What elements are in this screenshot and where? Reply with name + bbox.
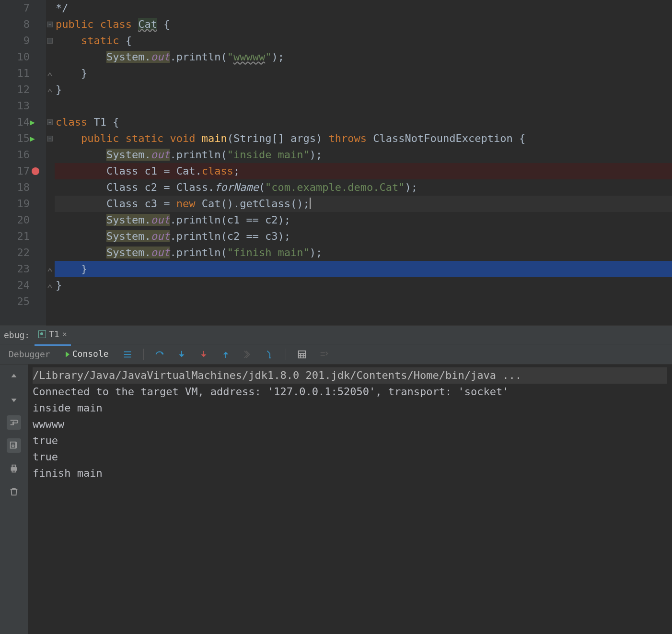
step-out-button[interactable] xyxy=(220,348,232,361)
code-content[interactable]: */public class Cat { static { System.out… xyxy=(55,0,672,326)
svg-rect-4 xyxy=(298,351,305,358)
line-number[interactable]: 16 xyxy=(0,147,43,163)
code-line[interactable] xyxy=(55,98,672,114)
line-number[interactable]: 24 xyxy=(0,277,43,294)
run-config-icon xyxy=(38,330,46,338)
breakpoint-icon[interactable] xyxy=(32,167,39,175)
code-line[interactable]: Class c1 = Cat.class; xyxy=(55,163,672,179)
svg-rect-15 xyxy=(12,465,15,468)
code-line[interactable]: */ xyxy=(55,0,672,16)
toolbar-divider xyxy=(143,349,144,360)
run-gutter-icon[interactable]: ▶ xyxy=(30,114,35,130)
line-number[interactable]: 17 xyxy=(0,163,43,179)
up-stack-button[interactable] xyxy=(7,369,21,384)
force-step-into-button[interactable] xyxy=(197,348,210,361)
code-line[interactable]: Class c3 = new Cat().getClass(); xyxy=(55,196,672,212)
fold-toggle-icon[interactable] xyxy=(47,284,52,287)
code-line[interactable]: System.out.println("inside main"); xyxy=(55,147,672,163)
code-line[interactable]: System.out.println("finish main"); xyxy=(55,245,672,261)
line-number[interactable]: 22 xyxy=(0,245,43,261)
line-number[interactable]: 9 xyxy=(0,33,43,49)
fold-toggle-icon[interactable]: − xyxy=(47,119,53,125)
tab-debugger[interactable]: Debugger xyxy=(6,342,53,366)
debug-toolbar: Debugger Console xyxy=(0,344,672,364)
code-line[interactable]: } xyxy=(55,261,672,277)
console-line: true xyxy=(33,433,667,449)
evaluate-expression-button[interactable] xyxy=(296,348,308,361)
line-number[interactable]: 7 xyxy=(0,0,43,16)
drop-frame-button[interactable] xyxy=(242,348,254,361)
code-line[interactable]: System.out.println(c2 == c3); xyxy=(55,228,672,245)
line-number[interactable]: 21 xyxy=(0,228,43,245)
code-line[interactable]: } xyxy=(55,277,672,294)
print-button[interactable] xyxy=(7,461,21,476)
run-gutter-icon[interactable]: ▶ xyxy=(30,130,35,147)
fold-toggle-icon[interactable]: − xyxy=(47,38,53,44)
run-to-cursor-button[interactable] xyxy=(264,348,276,361)
debug-tool-window: ebug: T1 × Debugger Console /Library/J xyxy=(0,326,672,634)
line-number[interactable]: 8 xyxy=(0,16,43,33)
fold-toggle-icon[interactable]: − xyxy=(47,136,53,141)
fold-toggle-icon[interactable] xyxy=(47,268,52,270)
code-line[interactable]: class T1 { xyxy=(55,114,672,130)
step-over-button[interactable] xyxy=(153,348,166,361)
line-number[interactable]: 13 xyxy=(0,98,43,114)
toolbar-divider xyxy=(286,349,286,360)
trace-button[interactable] xyxy=(318,348,330,361)
step-into-button[interactable] xyxy=(175,348,188,361)
line-number[interactable]: 14▶ xyxy=(0,114,43,130)
line-number[interactable]: 23 xyxy=(0,261,43,277)
line-number[interactable]: 11 xyxy=(0,65,43,82)
console-line: /Library/Java/JavaVirtualMachines/jdk1.8… xyxy=(33,367,667,384)
debug-label: ebug: xyxy=(4,327,30,343)
debug-side-toolbar xyxy=(0,364,28,634)
console-run-icon xyxy=(66,352,70,357)
scroll-to-end-button[interactable] xyxy=(7,438,21,453)
line-number-gutter[interactable]: 7891011121314▶15▶16171819202122232425 xyxy=(0,0,46,326)
code-line[interactable]: System.out.println("wwwww"); xyxy=(55,49,672,65)
fold-gutter[interactable]: −−−− xyxy=(46,0,55,326)
code-line[interactable]: } xyxy=(55,65,672,82)
code-line[interactable]: } xyxy=(55,82,672,98)
fold-toggle-icon[interactable]: − xyxy=(47,22,53,27)
fold-toggle-icon[interactable] xyxy=(47,88,52,91)
line-number[interactable]: 20 xyxy=(0,212,43,228)
code-line[interactable]: public static void main(String[] args) t… xyxy=(55,130,672,147)
console-output[interactable]: /Library/Java/JavaVirtualMachines/jdk1.8… xyxy=(28,364,672,634)
line-number[interactable]: 19 xyxy=(0,196,43,212)
clear-all-button[interactable] xyxy=(7,484,21,499)
console-line: wwwww xyxy=(33,416,667,433)
console-line: inside main xyxy=(33,400,667,416)
code-editor[interactable]: 7891011121314▶15▶16171819202122232425 −−… xyxy=(0,0,672,326)
console-line: Connected to the target VM, address: '12… xyxy=(33,384,667,400)
line-number[interactable]: 25 xyxy=(0,294,43,310)
run-config-name: T1 xyxy=(49,326,59,342)
code-line[interactable]: Class c2 = Class.forName("com.example.de… xyxy=(55,179,672,196)
line-number[interactable]: 12 xyxy=(0,82,43,98)
code-line[interactable]: System.out.println(c1 == c2); xyxy=(55,212,672,228)
console-line: true xyxy=(33,449,667,465)
code-line[interactable]: static { xyxy=(55,33,672,49)
code-line[interactable]: public class Cat { xyxy=(55,16,672,33)
line-number[interactable]: 15▶ xyxy=(0,130,43,147)
line-number[interactable]: 10 xyxy=(0,49,43,65)
line-number[interactable]: 18 xyxy=(0,179,43,196)
code-line[interactable] xyxy=(55,294,672,310)
console-line: finish main xyxy=(33,465,667,481)
tab-console[interactable]: Console xyxy=(63,342,112,367)
close-tab-icon[interactable]: × xyxy=(62,326,67,342)
threads-icon[interactable] xyxy=(121,348,134,361)
fold-toggle-icon[interactable] xyxy=(47,72,52,75)
soft-wrap-button[interactable] xyxy=(7,415,21,430)
down-stack-button[interactable] xyxy=(7,392,21,407)
